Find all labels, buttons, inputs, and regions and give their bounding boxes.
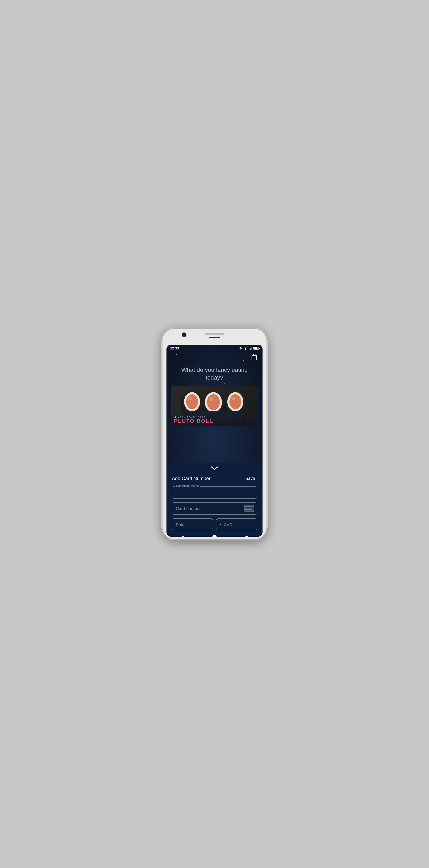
cvc-field: •: [216, 518, 257, 530]
cardholder-name-field: Cardholder name: [172, 486, 257, 499]
svg-rect-29: [245, 509, 249, 510]
card-number-wrapper: [172, 502, 257, 515]
svg-point-18: [209, 397, 214, 401]
front-camera: [182, 332, 186, 337]
date-field: [172, 518, 213, 530]
svg-rect-28: [245, 506, 253, 507]
status-bar: 12:33 ⊙: [166, 345, 263, 351]
food-image: VERY SPACY FOOD PLUTO ROLL: [171, 386, 258, 426]
cvc-dot: •: [220, 522, 221, 527]
app-header: [166, 351, 263, 364]
cardholder-label: Cardholder name: [175, 484, 200, 487]
sheet-handle-area: [172, 463, 257, 473]
svg-rect-4: [252, 347, 252, 350]
svg-point-12: [188, 397, 192, 400]
cart-button[interactable]: [250, 352, 259, 362]
wifi-icon: [244, 347, 248, 350]
svg-point-23: [229, 394, 241, 409]
card-type-icon: [244, 505, 254, 512]
svg-rect-30: [249, 509, 250, 510]
svg-point-11: [186, 394, 198, 409]
status-time: 12:33: [170, 346, 179, 350]
svg-rect-31: [251, 509, 252, 510]
card-number-field: [172, 502, 257, 515]
hero-tagline: What do you fancy eating today?: [166, 364, 263, 386]
recents-button[interactable]: ◼: [243, 532, 250, 537]
food-card: VERY SPACY FOOD PLUTO ROLL: [171, 386, 258, 426]
food-name: PLUTO ROLL: [174, 418, 255, 424]
phone-shell: 12:33 ⊙: [162, 329, 267, 539]
shopping-bag-icon: [251, 353, 257, 361]
back-button[interactable]: ◀: [179, 532, 186, 537]
brand-icon: [174, 415, 177, 418]
svg-rect-5: [252, 355, 257, 360]
phone-screen: 12:33 ⊙: [166, 345, 263, 537]
date-input[interactable]: [172, 518, 213, 530]
svg-point-0: [245, 349, 246, 350]
sheet-title: Add Card Number: [172, 476, 211, 482]
earpiece-speaker: [205, 333, 224, 335]
svg-rect-1: [249, 349, 249, 350]
sync-icon: ⊙: [239, 346, 242, 350]
bottom-sheet: Add Card Number Save Cardholder name: [166, 463, 263, 537]
cardholder-name-input[interactable]: [172, 486, 257, 499]
home-button[interactable]: ⬤: [210, 532, 219, 537]
date-cvc-row: •: [172, 518, 257, 530]
cvc-input[interactable]: [216, 518, 257, 530]
svg-point-24: [231, 397, 235, 400]
signal-icon: [249, 347, 252, 350]
battery-icon: [253, 347, 259, 350]
svg-point-17: [207, 394, 220, 410]
status-icons: ⊙: [239, 346, 259, 350]
save-button[interactable]: Save: [243, 475, 257, 482]
svg-rect-3: [251, 347, 252, 350]
sheet-chevron-icon[interactable]: [210, 466, 219, 471]
svg-marker-26: [174, 416, 177, 418]
home-indicator: [209, 337, 220, 338]
svg-rect-2: [250, 348, 250, 350]
food-label: VERY SPACY FOOD PLUTO ROLL: [171, 413, 258, 426]
